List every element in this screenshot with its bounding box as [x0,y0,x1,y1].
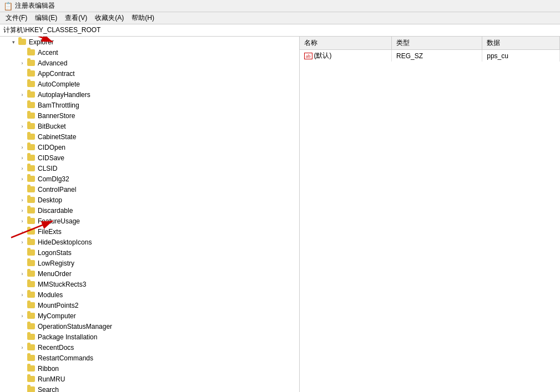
tree-item[interactable]: ›CLSID [0,163,299,174]
folder-icon [27,291,36,299]
tree-item-label: CIDOpen [37,144,65,151]
tree-item-label: BamThrottling [37,101,79,109]
detail-row[interactable]: ab(默认)REG_SZpps_cu [300,50,560,62]
tree-item-label: RestartCommands [37,354,93,362]
tree-expander[interactable]: › [18,217,27,226]
tree-item[interactable]: LowRegistry [0,258,299,268]
menu-help[interactable]: 帮助(H) [128,12,158,24]
tree-item[interactable]: ›MyComputer [0,310,299,321]
folder-icon [27,122,36,131]
tree-pane[interactable]: ▾Explorer Accent›Advanced AppContract Au… [0,37,300,392]
tree-item-label: RecentDocs [37,344,74,352]
tree-item[interactable]: ›CIDOpen [0,142,299,152]
tree-expander[interactable]: › [18,343,27,352]
tree-item-label: AppContract [37,70,75,78]
folder-icon [27,312,36,320]
tree-expander[interactable]: › [18,143,27,152]
tree-expander[interactable]: › [18,291,27,299]
tree-item[interactable]: ›Modules [0,289,299,300]
tree-expander[interactable]: › [18,238,27,247]
tree-expander[interactable]: › [18,122,27,131]
tree-item[interactable]: ›Discardable [0,205,299,216]
folder-icon [27,48,36,57]
tree-expander[interactable]: ▾ [9,38,18,47]
tree-item-label: Advanced [37,59,67,67]
menu-view[interactable]: 查看(V) [62,12,90,24]
tree-item[interactable]: AppContract [0,68,299,79]
tree-item-label: ComDlg32 [37,175,69,183]
tree-expander[interactable]: › [18,59,27,68]
tree-item[interactable]: OperationStatusManager [0,321,299,332]
tree-item[interactable]: MountPoints2 [0,300,299,310]
tree-item-label: Desktop [37,196,62,204]
tree-item-label: LowRegistry [37,259,74,267]
tree-item[interactable]: AutoComplete [0,79,299,89]
tree-item[interactable]: ›ComDlg32 [0,174,299,184]
tree-item[interactable]: Search [0,384,299,392]
tree-expander[interactable]: › [18,90,27,99]
tree-expander[interactable]: › [18,175,27,184]
folder-icon [27,385,36,393]
tree-item[interactable]: ›FileExts [0,226,299,237]
folder-icon [27,90,36,99]
tree-item-label: RunMRU [37,375,65,383]
tree-expander[interactable]: › [18,312,27,320]
ab-icon: ab [304,53,312,59]
tree-item[interactable]: ›HideDesktopIcons [0,237,299,247]
tree-item[interactable]: RunMRU [0,374,299,384]
tree-item[interactable]: Accent [0,47,299,58]
tree-item-label: FeatureUsage [37,217,80,225]
tree-item[interactable]: RestartCommands [0,353,299,363]
col-type: 类型 [392,37,482,50]
tree-item-label: CLSID [37,165,57,172]
tree-item-label: BitBucket [37,123,66,130]
menu-file[interactable]: 文件(F) [2,12,31,24]
tree-item[interactable]: LogonStats [0,247,299,258]
tree-item[interactable]: ControlPanel [0,184,299,195]
tree-item[interactable]: ›AutoplayHandlers [0,89,299,100]
menu-bar: 文件(F) 编辑(E) 查看(V) 收藏夹(A) 帮助(H) [0,12,560,24]
tree-item[interactable]: MMStuckRects3 [0,279,299,289]
tree-item-label: ControlPanel [37,186,76,194]
folder-icon [27,333,36,342]
folder-icon [27,364,36,373]
tree-item-label: MenuOrder [37,270,72,278]
tree-item[interactable]: ›Advanced [0,58,299,68]
tree-item[interactable]: ›BitBucket [0,121,299,131]
tree-item[interactable]: ›Desktop [0,195,299,205]
tree-item[interactable]: ▾Explorer [0,37,299,47]
detail-pane: 名称 类型 数据 ab(默认)REG_SZpps_cu [300,37,560,392]
folder-icon [18,38,27,47]
detail-cell-name: ab(默认) [300,50,392,62]
folder-icon [27,227,36,236]
tree-item[interactable]: Ribbon [0,363,299,374]
tree-expander[interactable]: › [18,196,27,205]
tree-item-label: AutoComplete [37,80,80,88]
tree-item[interactable]: BamThrottling [0,100,299,110]
tree-expander[interactable]: › [18,164,27,173]
tree-expander[interactable]: › [18,269,27,278]
folder-icon [27,269,36,278]
tree-expander[interactable]: › [18,206,27,215]
tree-item[interactable]: ›FeatureUsage [0,216,299,226]
tree-item[interactable]: ›MenuOrder [0,268,299,279]
folder-icon [27,322,36,331]
folder-icon [27,143,36,152]
app-icon: 📋 [3,2,13,11]
folder-icon [27,280,36,289]
tree-item[interactable]: BannerStore [0,110,299,121]
tree-item-label: Discardable [37,207,73,215]
folder-icon [27,206,36,215]
tree-item[interactable]: Package Installation [0,332,299,342]
tree-item[interactable]: ›CIDSave [0,152,299,163]
tree-item[interactable]: ›RecentDocs [0,342,299,353]
folder-icon [27,80,36,89]
tree-item[interactable]: CabinetState [0,131,299,142]
tree-expander[interactable]: › [18,227,27,236]
menu-edit[interactable]: 编辑(E) [32,12,60,24]
menu-favorites[interactable]: 收藏夹(A) [92,12,127,24]
folder-icon [27,185,36,194]
tree-item-label: Modules [37,291,63,299]
breadcrumb-path: 计算机\HKEY_CLASSES_ROOT [3,26,100,35]
tree-expander[interactable]: › [18,154,27,162]
